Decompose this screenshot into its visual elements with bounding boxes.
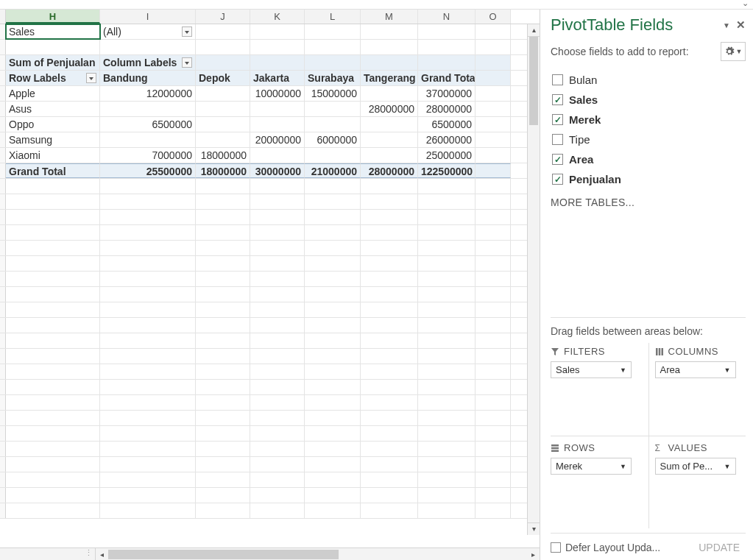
row-label[interactable]: Samsung: [6, 132, 100, 147]
scroll-left-arrow[interactable]: ◂: [96, 550, 108, 559]
field-item-sales[interactable]: ✓Sales: [551, 90, 746, 110]
rows-icon: [551, 444, 559, 453]
svg-rect-4: [551, 447, 559, 449]
column-header-H[interactable]: H: [6, 10, 100, 24]
pivottable-fields-pane: PivotTable Fields ▼ ✕ Choose fields to a…: [540, 10, 753, 560]
field-item-area[interactable]: ✓Area: [551, 149, 746, 169]
svg-rect-5: [551, 450, 559, 452]
report-filter-value[interactable]: (All): [100, 24, 196, 39]
values-area[interactable]: ΣVALUES Sum of Pe...▼: [648, 436, 746, 528]
row-labels-dropdown[interactable]: Row Labels: [6, 71, 100, 85]
column-header-K[interactable]: K: [250, 10, 305, 24]
checkbox[interactable]: [552, 134, 563, 145]
field-label: Area: [569, 153, 593, 166]
svg-rect-1: [658, 348, 660, 355]
columns-field-pill[interactable]: Area▼: [655, 361, 736, 378]
column-header-N[interactable]: N: [418, 10, 476, 24]
filter-dropdown-icon[interactable]: [86, 73, 96, 83]
scrollbar-thumb[interactable]: [529, 37, 538, 125]
gear-icon: [724, 46, 735, 57]
horizontal-scrollbar[interactable]: ◂ ▸: [0, 547, 540, 560]
svg-rect-3: [551, 444, 559, 447]
report-filter-label[interactable]: Sales: [6, 24, 100, 39]
chevron-down-icon[interactable]: ⌄: [742, 0, 749, 8]
row-label[interactable]: Xiaomi: [6, 148, 100, 163]
ribbon-collapse-bar: ⌄: [0, 0, 753, 10]
field-label: Sales: [569, 93, 598, 106]
pane-title: PivotTable Fields: [551, 15, 723, 35]
field-item-bulan[interactable]: Bulan: [551, 70, 746, 90]
field-item-penjualan[interactable]: ✓Penjualan: [551, 169, 746, 189]
defer-label: Defer Layout Upda...: [565, 542, 688, 553]
filter-dropdown-icon[interactable]: [182, 26, 192, 37]
column-header-O[interactable]: O: [476, 10, 511, 24]
more-tables-link[interactable]: MORE TABLES...: [551, 196, 746, 208]
row-label[interactable]: Oppo: [6, 117, 100, 132]
vertical-scrollbar[interactable]: ▴ ▾: [527, 24, 540, 535]
svg-rect-2: [661, 348, 663, 355]
columns-area[interactable]: COLUMNS Area▼: [648, 343, 746, 436]
field-item-merek[interactable]: ✓Merek: [551, 110, 746, 130]
column-header-L[interactable]: L: [305, 10, 361, 24]
scroll-down-arrow[interactable]: ▾: [528, 522, 540, 535]
checkbox[interactable]: ✓: [552, 94, 563, 105]
row-label[interactable]: Asus: [6, 102, 100, 116]
scroll-up-arrow[interactable]: ▴: [528, 24, 540, 37]
row-label[interactable]: Apple: [6, 86, 100, 101]
column-header-J[interactable]: J: [196, 10, 250, 24]
field-label: Penjualan: [569, 173, 621, 185]
column-labels-dropdown[interactable]: Column Labels: [100, 55, 196, 70]
values-field-pill[interactable]: Sum of Pe...▼: [655, 458, 736, 475]
checkbox[interactable]: ✓: [552, 114, 563, 125]
field-label: Merek: [569, 113, 601, 126]
close-icon[interactable]: ✕: [736, 18, 746, 32]
column-header-I[interactable]: I: [100, 10, 196, 24]
checkbox[interactable]: ✓: [552, 154, 563, 165]
scroll-right-arrow[interactable]: ▸: [527, 550, 540, 559]
field-label: Tipe: [569, 133, 590, 146]
rows-field-pill[interactable]: Merek▼: [551, 458, 632, 475]
pivot-sum-label[interactable]: Sum of Penjualan: [6, 55, 100, 70]
sigma-icon: Σ: [655, 444, 664, 453]
field-item-tipe[interactable]: Tipe: [551, 130, 746, 149]
update-button[interactable]: UPDATE: [693, 539, 746, 556]
filter-field-pill[interactable]: Sales▼: [551, 361, 632, 378]
checkbox[interactable]: [552, 74, 563, 85]
columns-icon: [655, 347, 664, 356]
tools-button[interactable]: ▼: [721, 42, 746, 61]
column-header-M[interactable]: M: [361, 10, 418, 24]
sheet-tab-splitter[interactable]: [0, 548, 96, 560]
pane-menu-icon[interactable]: ▼: [723, 21, 730, 29]
drag-areas-label: Drag fields between areas below:: [551, 317, 746, 337]
grand-total-label[interactable]: Grand Total: [6, 163, 100, 178]
svg-rect-0: [656, 348, 658, 355]
worksheet-grid: HIJKLMNO Sales(All)Sum of PenjualanColum…: [0, 10, 540, 560]
filter-dropdown-icon[interactable]: [182, 57, 192, 68]
filter-icon: [551, 347, 559, 356]
field-label: Bulan: [569, 74, 597, 86]
rows-area[interactable]: ROWS Merek▼: [551, 436, 648, 528]
column-headers: HIJKLMNO: [0, 10, 540, 24]
defer-checkbox[interactable]: [551, 542, 561, 553]
hscroll-thumb[interactable]: [108, 550, 339, 559]
checkbox[interactable]: ✓: [552, 174, 563, 185]
filters-area[interactable]: FILTERS Sales▼: [551, 343, 648, 436]
pane-subtext: Choose fields to add to report:: [551, 45, 721, 58]
